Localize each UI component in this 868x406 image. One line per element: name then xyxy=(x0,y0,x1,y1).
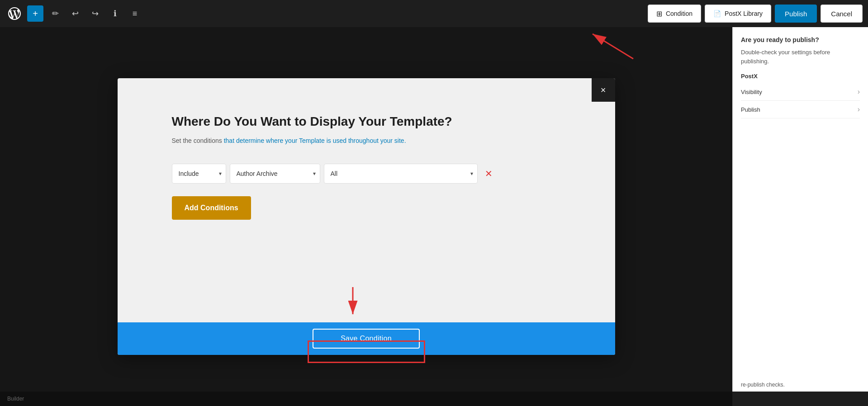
postx-label: PostX Library xyxy=(725,10,763,17)
condition-label: Condition xyxy=(666,10,693,17)
footer-text: re-publish checks. xyxy=(741,382,860,388)
modal-title: Where Do You Want to Display Your Templa… xyxy=(172,114,561,129)
cancel-button[interactable]: Cancel xyxy=(821,5,863,23)
modal-body: Where Do You Want to Display Your Templa… xyxy=(118,78,615,322)
subtitle-link[interactable]: that determine where your Template is us… xyxy=(224,137,406,144)
publish-label: Publish xyxy=(741,106,760,113)
delete-x-icon: ✕ xyxy=(485,168,493,179)
wp-logo[interactable] xyxy=(5,5,24,23)
archive-select[interactable]: Author Archive Category Archive Tag Arch… xyxy=(230,164,320,184)
chevron-down-icon-2: › xyxy=(858,105,860,113)
list-view-button[interactable]: ≡ xyxy=(127,5,143,22)
postx-section-label: PostX xyxy=(741,73,860,80)
modal-overlay: × Where Do You Want to Display Your Temp… xyxy=(0,27,732,406)
undo-button[interactable]: ↩ xyxy=(67,5,83,22)
delete-condition-button[interactable]: ✕ xyxy=(481,166,496,181)
visibility-label: Visibility xyxy=(741,89,762,95)
pre-publish-title: Are you ready to publish? xyxy=(741,36,860,43)
grid-icon: ⊞ xyxy=(656,9,662,18)
condition-row: Include Exclude ▾ Author Archive Categor… xyxy=(172,164,561,184)
visibility-row[interactable]: Visibility › xyxy=(741,83,860,101)
pre-publish-subtitle: Double-check your settings before publis… xyxy=(741,48,860,66)
modal-subtitle: Set the conditions that determine where … xyxy=(172,136,561,146)
postx-library-button[interactable]: 📄 PostX Library xyxy=(705,5,771,23)
right-panel: Are you ready to publish? Double-check y… xyxy=(732,27,868,406)
include-select-wrapper: Include Exclude ▾ xyxy=(172,164,226,184)
add-conditions-button[interactable]: Add Conditions xyxy=(172,196,251,220)
chevron-down-icon: › xyxy=(858,88,860,96)
redo-button[interactable]: ↪ xyxy=(87,5,103,22)
add-block-button[interactable]: + xyxy=(27,5,43,22)
condition-button[interactable]: ⊞ Condition xyxy=(648,5,701,23)
postx-icon: 📄 xyxy=(713,10,721,17)
subtitle-text: Set the conditions xyxy=(172,137,224,144)
edit-icon[interactable]: ✏ xyxy=(47,5,63,22)
modal-footer: Save Condition xyxy=(118,322,615,355)
include-select[interactable]: Include Exclude xyxy=(172,164,226,184)
publish-button[interactable]: Publish xyxy=(775,5,817,23)
info-button[interactable]: ℹ xyxy=(107,5,123,22)
modal-close-button[interactable]: × xyxy=(592,78,615,102)
all-select[interactable]: All Specific Author xyxy=(324,164,478,184)
archive-select-wrapper: Author Archive Category Archive Tag Arch… xyxy=(230,164,320,184)
publish-row[interactable]: Publish › xyxy=(741,101,860,118)
all-select-wrapper: All Specific Author ▾ xyxy=(324,164,478,184)
toolbar: + ✏ ↩ ↪ ℹ ≡ ⊞ Condition 📄 PostX Library … xyxy=(0,0,868,27)
condition-modal: × Where Do You Want to Display Your Temp… xyxy=(118,78,615,355)
close-x-icon: × xyxy=(601,85,606,95)
toolbar-right: ⊞ Condition 📄 PostX Library Publish Canc… xyxy=(648,5,863,23)
save-condition-button[interactable]: Save Condition xyxy=(313,329,420,349)
